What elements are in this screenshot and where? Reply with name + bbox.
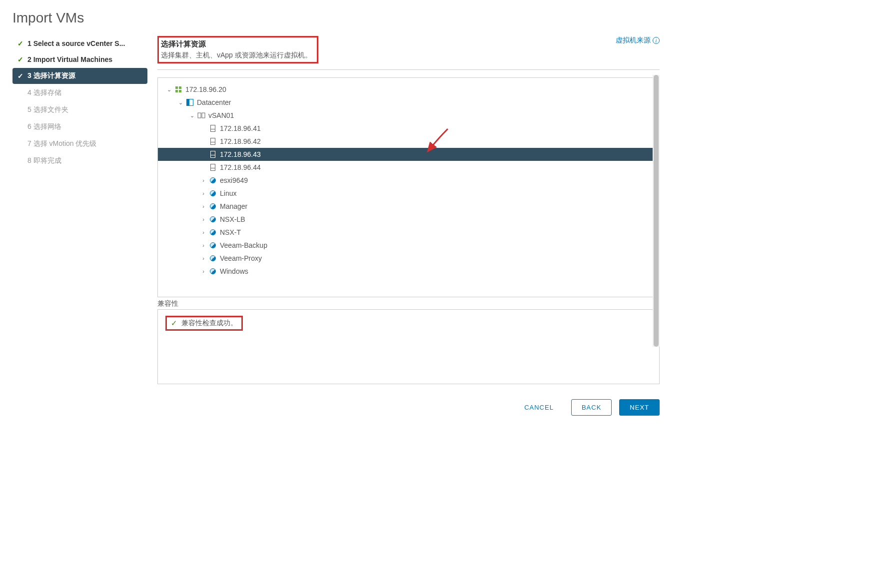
back-button[interactable]: BACK — [571, 399, 612, 416]
check-icon: ✓ — [17, 39, 26, 47]
step-label: 8 即将完成 — [27, 156, 61, 165]
tree-resource-pool[interactable]: › Linux — [158, 187, 659, 200]
vcenter-icon — [174, 85, 182, 93]
cancel-button[interactable]: CANCEL — [514, 400, 564, 415]
step-label: 1 Select a source vCenter S... — [27, 39, 125, 47]
tree-resource-pool[interactable]: › esxi9649 — [158, 174, 659, 187]
chevron-down-icon[interactable]: ⌄ — [165, 86, 172, 93]
step-select-storage: 4 选择存储 — [12, 85, 147, 101]
vm-source-link[interactable]: 虚拟机来源 i — [616, 36, 660, 45]
compatibility-section: 兼容性 ✓ 兼容性检查成功。 — [157, 299, 660, 384]
svg-rect-5 — [202, 113, 205, 118]
step-label: 4 选择存储 — [27, 88, 61, 97]
chevron-right-icon[interactable]: › — [200, 177, 207, 183]
step-label: 6 选择网络 — [27, 122, 61, 131]
tree-resource-pool[interactable]: › NSX-T — [158, 226, 659, 239]
pool-icon — [209, 267, 217, 275]
step-ready: 8 即将完成 — [12, 153, 147, 169]
step-label: 5 选择文件夹 — [27, 105, 68, 114]
wizard-footer: CANCEL BACK NEXT — [12, 399, 660, 416]
tree-vcenter[interactable]: ⌄ 172.18.96.20 — [158, 83, 659, 96]
tree-host[interactable]: 172.18.96.42 — [158, 135, 659, 148]
wizard-title: Import VMs — [12, 10, 660, 26]
step-source-vcenter[interactable]: ✓ 1 Select a source vCenter S... — [12, 36, 147, 51]
chevron-down-icon[interactable]: ⌄ — [188, 112, 195, 119]
check-icon: ✓ — [17, 55, 26, 63]
content-description: 选择集群、主机、vApp 或资源池来运行虚拟机。 — [161, 51, 312, 60]
host-icon — [209, 163, 217, 171]
pool-icon — [209, 176, 217, 184]
content-title: 选择计算资源 — [161, 39, 312, 49]
chevron-right-icon[interactable]: › — [200, 255, 207, 261]
svg-rect-0 — [175, 86, 178, 89]
compute-tree: ⌄ 172.18.96.20 ⌄ Datacenter ⌄ vSA — [157, 77, 660, 297]
tree-host-selected[interactable]: 172.18.96.43 — [158, 148, 659, 161]
scrollbar[interactable] — [653, 75, 660, 347]
svg-rect-1 — [179, 86, 181, 89]
tree-resource-pool[interactable]: › Manager — [158, 200, 659, 213]
tree-label: esxi9649 — [220, 176, 248, 184]
step-label: 2 Import Virtual Machines — [27, 55, 112, 63]
pool-icon — [209, 228, 217, 236]
compatibility-box: ✓ 兼容性检查成功。 — [157, 309, 660, 384]
tree-label: Windows — [220, 267, 248, 275]
wizard-steps: ✓ 1 Select a source vCenter S... ✓ 2 Imp… — [12, 36, 147, 384]
tree-host[interactable]: 172.18.96.44 — [158, 161, 659, 174]
step-select-network: 6 选择网络 — [12, 119, 147, 135]
pool-icon — [209, 189, 217, 197]
chevron-right-icon[interactable]: › — [200, 268, 207, 274]
tree-label: Datacenter — [197, 98, 231, 106]
tree-resource-pool[interactable]: › Veeam-Backup — [158, 239, 659, 252]
chevron-right-icon[interactable]: › — [200, 242, 207, 248]
tree-label: Manager — [220, 202, 247, 210]
svg-rect-2 — [175, 90, 178, 92]
datacenter-icon — [186, 98, 194, 106]
tree-datacenter[interactable]: ⌄ Datacenter — [158, 96, 659, 109]
step-select-folder: 5 选择文件夹 — [12, 102, 147, 118]
step-import-vms[interactable]: ✓ 2 Import Virtual Machines — [12, 52, 147, 67]
tree-label: NSX-LB — [220, 215, 245, 223]
pool-icon — [209, 241, 217, 249]
wizard-container: Import VMs ✓ 1 Select a source vCenter S… — [0, 0, 672, 426]
chevron-right-icon[interactable]: › — [200, 229, 207, 235]
chevron-right-icon[interactable]: › — [200, 216, 207, 222]
tree-cluster[interactable]: ⌄ vSAN01 — [158, 109, 659, 122]
content-header: 选择计算资源 选择集群、主机、vApp 或资源池来运行虚拟机。 虚拟机来源 i — [157, 36, 660, 70]
wizard-content: 选择计算资源 选择集群、主机、vApp 或资源池来运行虚拟机。 虚拟机来源 i … — [157, 36, 660, 384]
tree-label: Veeam-Backup — [220, 241, 267, 249]
compatibility-status-highlight: ✓ 兼容性检查成功。 — [165, 316, 243, 331]
tree-label: 172.18.96.20 — [185, 85, 226, 93]
wizard-body: ✓ 1 Select a source vCenter S... ✓ 2 Imp… — [12, 36, 660, 384]
chevron-right-icon[interactable]: › — [200, 203, 207, 209]
svg-rect-3 — [179, 90, 181, 92]
link-text: 虚拟机来源 — [616, 36, 651, 45]
compatibility-message: 兼容性检查成功。 — [181, 319, 237, 328]
step-vmotion-priority: 7 选择 vMotion 优先级 — [12, 136, 147, 152]
tree-resource-pool[interactable]: › NSX-LB — [158, 213, 659, 226]
chevron-right-icon[interactable]: › — [200, 190, 207, 196]
cluster-icon — [197, 111, 205, 119]
pool-icon — [209, 254, 217, 262]
tree-label: 172.18.96.41 — [220, 124, 261, 132]
host-icon — [209, 137, 217, 145]
tree-label: 172.18.96.44 — [220, 163, 261, 171]
check-icon: ✓ — [17, 72, 26, 80]
next-button[interactable]: NEXT — [619, 399, 660, 416]
tree-label: Linux — [220, 189, 236, 197]
pool-icon — [209, 215, 217, 223]
tree-label: Veeam-Proxy — [220, 254, 262, 262]
tree-host[interactable]: 172.18.96.41 — [158, 122, 659, 135]
scrollbar-thumb[interactable] — [654, 75, 659, 347]
tree-label: NSX-T — [220, 228, 241, 236]
svg-rect-4 — [198, 113, 201, 118]
tree-resource-pool[interactable]: › Veeam-Proxy — [158, 252, 659, 265]
compatibility-label: 兼容性 — [157, 299, 660, 308]
tree-resource-pool[interactable]: › Windows — [158, 265, 659, 278]
check-icon: ✓ — [171, 319, 177, 328]
info-icon: i — [653, 37, 660, 44]
tree-label: vSAN01 — [208, 111, 234, 119]
host-icon — [209, 124, 217, 132]
chevron-down-icon[interactable]: ⌄ — [177, 99, 184, 106]
pool-icon — [209, 202, 217, 210]
step-select-compute[interactable]: ✓ 3 选择计算资源 — [12, 68, 147, 84]
